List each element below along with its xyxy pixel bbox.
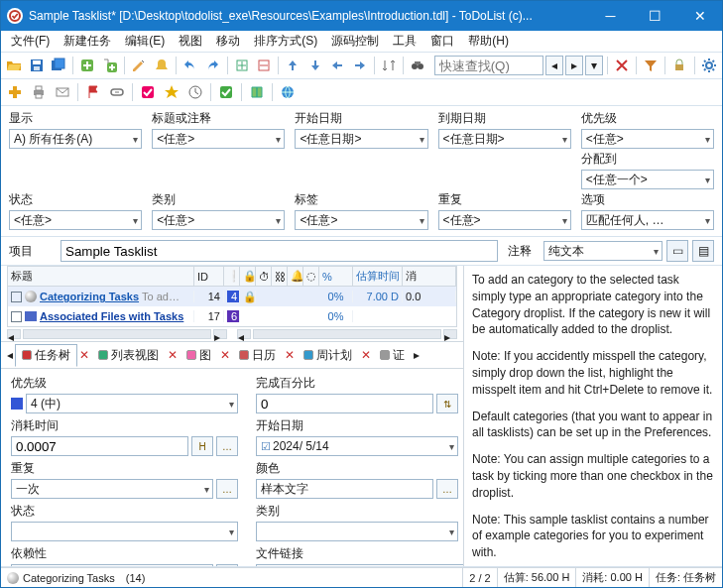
det-status-combo[interactable] xyxy=(11,522,238,541)
edit-icon[interactable] xyxy=(129,55,149,76)
menu-window[interactable]: 窗口 xyxy=(424,31,460,52)
tab-next[interactable]: ▸ xyxy=(414,348,420,362)
undo-icon[interactable] xyxy=(181,55,200,76)
tab-list[interactable]: 列表视图 xyxy=(91,344,166,367)
settings-icon[interactable] xyxy=(699,55,719,76)
filter-status-combo[interactable]: <任意> xyxy=(9,210,142,230)
moveup-icon[interactable] xyxy=(283,55,302,76)
open-icon[interactable] xyxy=(4,55,24,76)
tab-gantt[interactable]: 图 xyxy=(180,344,218,367)
minimize-button[interactable]: ─ xyxy=(588,1,633,31)
spent-more-button[interactable]: … xyxy=(216,436,238,456)
filter-icon[interactable] xyxy=(641,55,661,76)
complete-red-icon[interactable] xyxy=(137,81,159,103)
tab-close[interactable]: ✕ xyxy=(220,348,230,362)
filter-start-combo[interactable]: <任意日期> xyxy=(295,129,427,149)
binoculars-icon[interactable] xyxy=(408,55,427,76)
det-repeat-combo[interactable]: 一次 xyxy=(11,479,213,499)
col-msg[interactable]: 消 xyxy=(403,267,456,286)
menu-edit[interactable]: 编辑(E) xyxy=(119,31,171,52)
filter-title-combo[interactable]: <任意> xyxy=(152,129,285,149)
star-icon[interactable] xyxy=(161,81,182,103)
filter-category-combo[interactable]: <任意> xyxy=(152,210,285,230)
det-link-combo[interactable] xyxy=(256,564,463,566)
det-dep-combo[interactable] xyxy=(11,564,213,566)
tab-close[interactable]: ✕ xyxy=(168,348,178,362)
tab-close[interactable]: ✕ xyxy=(285,348,295,362)
print-icon[interactable] xyxy=(28,81,50,103)
stepper-icon[interactable]: ⇅ xyxy=(436,394,458,413)
tab-close[interactable]: ✕ xyxy=(79,348,89,362)
color-more-button[interactable]: … xyxy=(436,479,458,499)
lock-icon[interactable] xyxy=(669,55,689,76)
col-clock[interactable]: ⏱ xyxy=(256,267,272,286)
plugin-icon[interactable] xyxy=(4,81,26,103)
col-flag[interactable]: ❕ xyxy=(224,267,240,286)
det-priority-combo[interactable]: 4 (中) xyxy=(26,394,238,413)
movedown-icon[interactable] xyxy=(305,55,325,76)
col-chain[interactable]: ⛓ xyxy=(272,267,288,286)
col-bell[interactable]: 🔔 xyxy=(288,267,303,286)
col-id[interactable]: ID xyxy=(194,267,224,286)
menu-newtask[interactable]: 新建任务 xyxy=(58,31,117,52)
col-dot[interactable]: ◌ xyxy=(303,267,319,286)
filter-options-combo[interactable]: 匹配任何人, … xyxy=(581,210,714,230)
col-title[interactable]: 标题 xyxy=(8,267,194,286)
menu-sort[interactable]: 排序方式(S) xyxy=(248,31,323,52)
table-row[interactable]: Categorizing Tasks To ad… 14 4 🔒 0% 7.00… xyxy=(8,287,456,306)
filter-due-combo[interactable]: <任意日期> xyxy=(438,129,571,149)
moveleft-icon[interactable] xyxy=(327,55,347,76)
close-button[interactable]: ✕ xyxy=(677,1,722,31)
det-done-input[interactable] xyxy=(256,394,433,413)
complete-green-icon[interactable] xyxy=(215,81,237,103)
maximize-button[interactable]: ☐ xyxy=(633,1,677,31)
find-dropdown[interactable]: ▾ xyxy=(585,56,603,75)
filter-priority-combo[interactable]: <任意> xyxy=(581,129,714,149)
repeat-more-button[interactable]: … xyxy=(216,479,238,499)
add-task-icon[interactable] xyxy=(77,55,97,76)
flag-icon[interactable] xyxy=(82,81,104,103)
menu-file[interactable]: 文件(F) xyxy=(5,31,56,52)
tab-week[interactable]: 周计划 xyxy=(297,344,359,367)
col-est[interactable]: 估算时间 xyxy=(353,267,403,286)
menu-view[interactable]: 视图 xyxy=(173,31,208,52)
mail-icon[interactable] xyxy=(52,81,73,103)
menu-move[interactable]: 移动 xyxy=(210,31,246,52)
save-icon[interactable] xyxy=(26,55,46,76)
table-row[interactable]: Associated Files with Tasks 17 6 0% xyxy=(8,306,456,326)
link-icon[interactable] xyxy=(106,81,128,103)
project-input[interactable] xyxy=(60,240,498,262)
redo-icon[interactable] xyxy=(202,55,222,76)
notes-panel[interactable]: To add an category to the selected task … xyxy=(464,266,722,566)
tab-ev[interactable]: 证 xyxy=(373,344,412,367)
moveright-icon[interactable] xyxy=(350,55,370,76)
clock-icon[interactable] xyxy=(184,81,206,103)
h-scrollbars[interactable]: ◂▸ ◂▸ xyxy=(1,327,463,341)
tab-tree[interactable]: 任务树 xyxy=(15,344,77,367)
reminder-icon[interactable] xyxy=(151,55,171,76)
spent-unit-button[interactable]: H xyxy=(191,436,213,456)
col-lock[interactable]: 🔒 xyxy=(240,267,256,286)
quickfind-input[interactable] xyxy=(434,56,543,75)
notes-btn1[interactable]: ▭ xyxy=(666,240,688,262)
sort-icon[interactable] xyxy=(379,55,399,76)
saveall-icon[interactable] xyxy=(49,55,68,76)
notes-format-combo[interactable]: 纯文本 xyxy=(543,241,663,261)
row-checkbox[interactable] xyxy=(11,292,22,302)
menu-src[interactable]: 源码控制 xyxy=(325,31,385,52)
menu-tools[interactable]: 工具 xyxy=(387,31,422,52)
delete-icon[interactable] xyxy=(612,55,632,76)
det-spent-input[interactable] xyxy=(11,436,188,456)
book-icon[interactable] xyxy=(246,81,268,103)
notes-btn2[interactable]: ▤ xyxy=(692,240,714,262)
tab-cal[interactable]: 日历 xyxy=(232,344,283,367)
det-color-box[interactable]: 样本文字 xyxy=(256,479,433,499)
row-checkbox[interactable] xyxy=(11,311,22,322)
col-pct[interactable]: % xyxy=(319,267,353,286)
filter-assign-combo[interactable]: <任意一个> xyxy=(581,170,714,189)
det-category-combo[interactable] xyxy=(256,522,458,541)
expand-icon[interactable] xyxy=(231,55,251,76)
tab-prev[interactable]: ◂ xyxy=(7,348,13,362)
globe-icon[interactable] xyxy=(277,81,299,103)
det-start-combo[interactable]: 2024/ 5/14 xyxy=(256,436,458,456)
